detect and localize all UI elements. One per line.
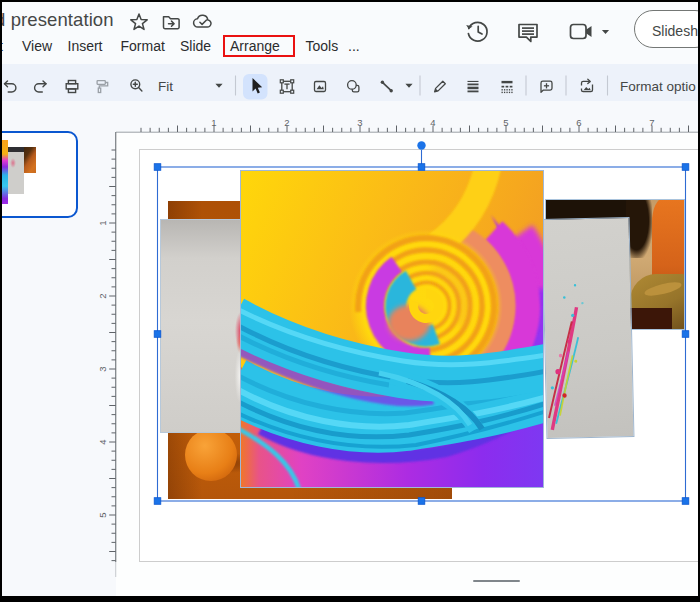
svg-text:6: 6 [576, 117, 581, 128]
svg-text:1: 1 [97, 220, 108, 225]
svg-text:3: 3 [97, 366, 108, 371]
svg-text:2: 2 [97, 293, 108, 298]
svg-text:5: 5 [97, 512, 108, 517]
svg-text:2: 2 [284, 117, 289, 128]
svg-text:5: 5 [503, 117, 508, 128]
svg-text:4: 4 [97, 439, 108, 444]
svg-text:7: 7 [649, 117, 654, 128]
svg-text:4: 4 [430, 117, 435, 128]
svg-text:3: 3 [357, 117, 362, 128]
svg-text:1: 1 [211, 117, 216, 128]
